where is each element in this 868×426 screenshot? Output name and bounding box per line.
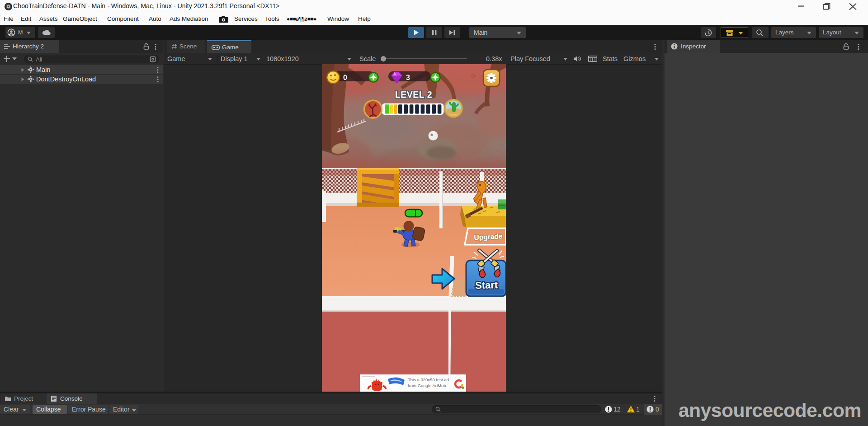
svg-text:Start: Start	[475, 279, 499, 291]
svg-text:Upgrade: Upgrade	[474, 232, 503, 241]
svg-text:3: 3	[406, 74, 410, 81]
svg-text:LEVEL 2: LEVEL 2	[395, 90, 432, 99]
svg-text:0: 0	[343, 74, 347, 81]
svg-text:from Google AdMob.: from Google AdMob.	[408, 383, 447, 388]
svg-text:This a 320x50 test ad: This a 320x50 test ad	[408, 377, 449, 382]
